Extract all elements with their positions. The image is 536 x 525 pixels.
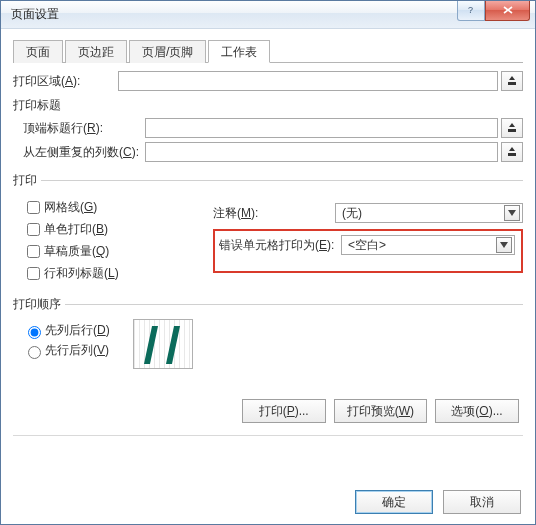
down-then-over-radio[interactable]: 先列后行(D): [23, 322, 133, 339]
tab-margins[interactable]: 页边距: [65, 40, 127, 63]
comments-row: 注释(M): (无): [213, 203, 523, 223]
order-group: 打印顺序 先列后行(D) 先行后列(V): [13, 296, 523, 369]
options-button[interactable]: 选项(O)...: [435, 399, 519, 423]
print-button[interactable]: 打印(P)...: [242, 399, 326, 423]
tab-page[interactable]: 页面: [13, 40, 63, 63]
client-area: 页面 页边距 页眉/页脚 工作表 打印区域(A): 打印标题 顶端标题行(R):: [1, 29, 535, 524]
tab-sheet[interactable]: 工作表: [208, 40, 270, 63]
svg-rect-3: [508, 82, 516, 85]
comments-value: (无): [342, 205, 504, 222]
over-then-down-radio[interactable]: 先行后列(V): [23, 342, 133, 359]
print-area-row: 打印区域(A):: [13, 71, 523, 91]
svg-text:?: ?: [468, 5, 473, 15]
print-group: 打印 网格线(G) 单色打印(B) 草稿质量(Q): [13, 172, 523, 286]
separator: [13, 435, 523, 436]
tab-strip: 页面 页边距 页眉/页脚 工作表: [13, 39, 523, 63]
print-right-options: 注释(M): (无) 错误单元格打印为(E):: [213, 195, 523, 273]
chevron-down-icon: [504, 205, 520, 221]
titles-cols-input[interactable]: [145, 142, 498, 162]
errors-row: 错误单元格打印为(E): <空白>: [219, 235, 515, 255]
print-body: 网格线(G) 单色打印(B) 草稿质量(Q) 行和列标题(L): [13, 195, 523, 286]
bw-checkbox[interactable]: [27, 223, 40, 236]
print-titles-heading: 打印标题: [13, 97, 523, 114]
order-preview-image: [133, 319, 193, 369]
down-then-over-input[interactable]: [28, 326, 41, 339]
ok-button[interactable]: 确定: [355, 490, 433, 514]
action-buttons: 打印(P)... 打印预览(W) 选项(O)...: [13, 399, 523, 423]
print-group-legend: 打印: [13, 172, 41, 189]
print-titles-body: 顶端标题行(R): 从左侧重复的列数(C):: [13, 118, 523, 162]
draft-checkbox[interactable]: [27, 245, 40, 258]
collapse-dialog-button[interactable]: [501, 71, 523, 91]
cancel-button[interactable]: 取消: [443, 490, 521, 514]
draft-check[interactable]: 草稿质量(Q): [23, 242, 213, 261]
help-icon: ?: [466, 5, 476, 15]
errors-highlight: 错误单元格打印为(E): <空白>: [213, 229, 523, 273]
errors-select[interactable]: <空白>: [341, 235, 515, 255]
headings-checkbox[interactable]: [27, 267, 40, 280]
comments-label: 注释(M):: [213, 205, 335, 222]
over-then-down-input[interactable]: [28, 346, 41, 359]
close-button[interactable]: [485, 1, 530, 21]
svg-rect-4: [508, 129, 516, 132]
window-buttons: ?: [457, 1, 530, 21]
titles-cols-row: 从左侧重复的列数(C):: [23, 142, 523, 162]
gridlines-check[interactable]: 网格线(G): [23, 198, 213, 217]
bw-check[interactable]: 单色打印(B): [23, 220, 213, 239]
print-checks: 网格线(G) 单色打印(B) 草稿质量(Q) 行和列标题(L): [13, 195, 213, 286]
collapse-dialog-button[interactable]: [501, 118, 523, 138]
collapse-icon: [506, 75, 518, 87]
order-group-legend: 打印顺序: [13, 296, 65, 313]
close-icon: [502, 5, 514, 15]
titles-rows-row: 顶端标题行(R):: [23, 118, 523, 138]
titles-cols-label: 从左侧重复的列数(C):: [23, 144, 145, 161]
order-radios: 先列后行(D) 先行后列(V): [23, 319, 133, 362]
collapse-icon: [506, 146, 518, 158]
page-setup-dialog: 页面设置 ? 页面 页边距 页眉/页脚 工作表 打印区域(A):: [0, 0, 536, 525]
collapse-icon: [506, 122, 518, 134]
print-preview-button[interactable]: 打印预览(W): [334, 399, 427, 423]
print-area-label: 打印区域(A):: [13, 73, 118, 90]
help-button[interactable]: ?: [457, 1, 485, 21]
comments-select[interactable]: (无): [335, 203, 523, 223]
window-title: 页面设置: [11, 6, 457, 23]
errors-label: 错误单元格打印为(E):: [219, 237, 341, 254]
svg-rect-5: [508, 153, 516, 156]
gridlines-checkbox[interactable]: [27, 201, 40, 214]
titles-rows-label: 顶端标题行(R):: [23, 120, 145, 137]
tab-header-footer[interactable]: 页眉/页脚: [129, 40, 206, 63]
errors-value: <空白>: [348, 237, 496, 254]
titles-rows-input[interactable]: [145, 118, 498, 138]
print-area-input[interactable]: [118, 71, 498, 91]
dialog-buttons: 确定 取消: [355, 490, 521, 514]
headings-check[interactable]: 行和列标题(L): [23, 264, 213, 283]
titlebar: 页面设置 ?: [1, 1, 535, 29]
chevron-down-icon: [496, 237, 512, 253]
collapse-dialog-button[interactable]: [501, 142, 523, 162]
order-body: 先列后行(D) 先行后列(V): [13, 319, 523, 369]
